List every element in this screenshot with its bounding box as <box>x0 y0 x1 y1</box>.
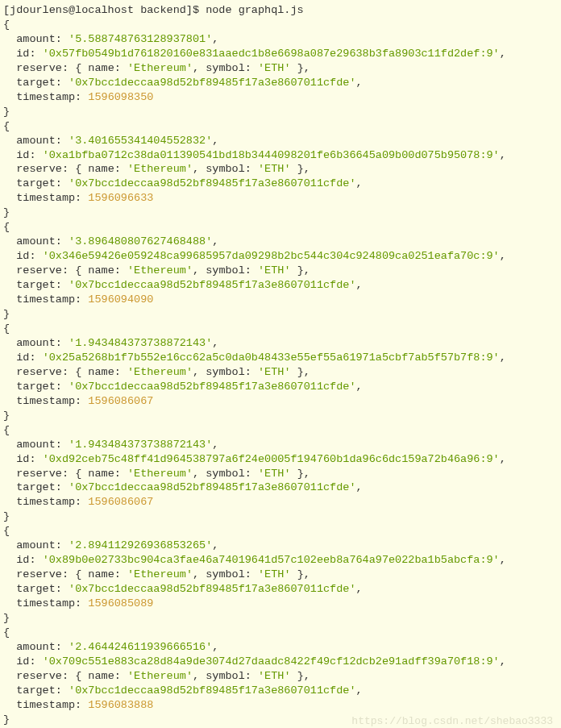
output-line: { <box>3 423 558 438</box>
output-line: amount: '2.894112926936853265', <box>3 539 558 553</box>
output-line: { <box>3 524 558 539</box>
output-line: amount: '1.943484373738872143', <box>3 336 558 351</box>
output-line: target: '0x7bcc1deccaa98d52bf89485f17a3e… <box>3 582 558 597</box>
output-line: target: '0x7bcc1deccaa98d52bf89485f17a3e… <box>3 380 558 394</box>
output-line: { <box>3 18 558 32</box>
output-line: timestamp: 1596086067 <box>3 495 558 510</box>
output-line: id: '0x346e59426e059248ca99685957da09298… <box>3 249 558 264</box>
output-line: amount: '2.464424611939666516', <box>3 640 558 655</box>
output-line: } <box>3 307 558 322</box>
output-line: reserve: { name: 'Ethereum', symbol: 'ET… <box>3 669 558 684</box>
output-line: id: '0xd92ceb75c48ff41d964538797a6f24e00… <box>3 452 558 467</box>
output-line: } <box>3 510 558 524</box>
output-line: { <box>3 220 558 235</box>
output-line: timestamp: 1596096633 <box>3 191 558 206</box>
output-line: } <box>3 105 558 119</box>
output-line: } <box>3 409 558 423</box>
output-line: reserve: { name: 'Ethereum', symbol: 'ET… <box>3 365 558 380</box>
output-line: timestamp: 1596086067 <box>3 394 558 409</box>
output-line: amount: '1.943484373738872143', <box>3 438 558 452</box>
output-line: id: '0x89b0e02733bc904ca3fae46a74019641d… <box>3 553 558 568</box>
output-line: timestamp: 1596085089 <box>3 597 558 611</box>
output-line: reserve: { name: 'Ethereum', symbol: 'ET… <box>3 467 558 481</box>
output-line: reserve: { name: 'Ethereum', symbol: 'ET… <box>3 568 558 582</box>
output-line: id: '0x25a5268b1f7b552e16cc62a5c0da0b484… <box>3 351 558 365</box>
output-line: reserve: { name: 'Ethereum', symbol: 'ET… <box>3 61 558 76</box>
output-line: amount: '3.401655341404552832', <box>3 134 558 148</box>
output-line: id: '0x57fb0549b1d761820160e831aaedc1b8e… <box>3 47 558 61</box>
output-line: target: '0x7bcc1deccaa98d52bf89485f17a3e… <box>3 76 558 90</box>
output-line: amount: '5.588748763128937801', <box>3 32 558 47</box>
output-line: } <box>3 713 558 727</box>
output-line: { <box>3 119 558 134</box>
output-line: timestamp: 1596098350 <box>3 90 558 105</box>
output-line: } <box>3 611 558 626</box>
output-line: target: '0x7bcc1deccaa98d52bf89485f17a3e… <box>3 684 558 698</box>
output-line: } <box>3 206 558 220</box>
output-line: reserve: { name: 'Ethereum', symbol: 'ET… <box>3 162 558 177</box>
output-line: target: '0x7bcc1deccaa98d52bf89485f17a3e… <box>3 278 558 293</box>
terminal-output: [jdourlens@localhost backend]$ node grap… <box>3 3 558 727</box>
output-line: target: '0x7bcc1deccaa98d52bf89485f17a3e… <box>3 177 558 191</box>
output-line: id: '0x709c551e883ca28d84a9de3074d27daad… <box>3 655 558 669</box>
output-line: [jdourlens@localhost backend]$ node grap… <box>3 3 558 18</box>
output-line: reserve: { name: 'Ethereum', symbol: 'ET… <box>3 264 558 278</box>
output-line: { <box>3 322 558 336</box>
output-line: timestamp: 1596083888 <box>3 698 558 713</box>
output-line: id: '0xa1bfba0712c38da011390541bd18b3444… <box>3 148 558 163</box>
output-line: timestamp: 1596094090 <box>3 293 558 307</box>
output-line: target: '0x7bcc1deccaa98d52bf89485f17a3e… <box>3 480 558 495</box>
output-line: amount: '3.896480807627468488', <box>3 235 558 249</box>
output-line: { <box>3 626 558 640</box>
